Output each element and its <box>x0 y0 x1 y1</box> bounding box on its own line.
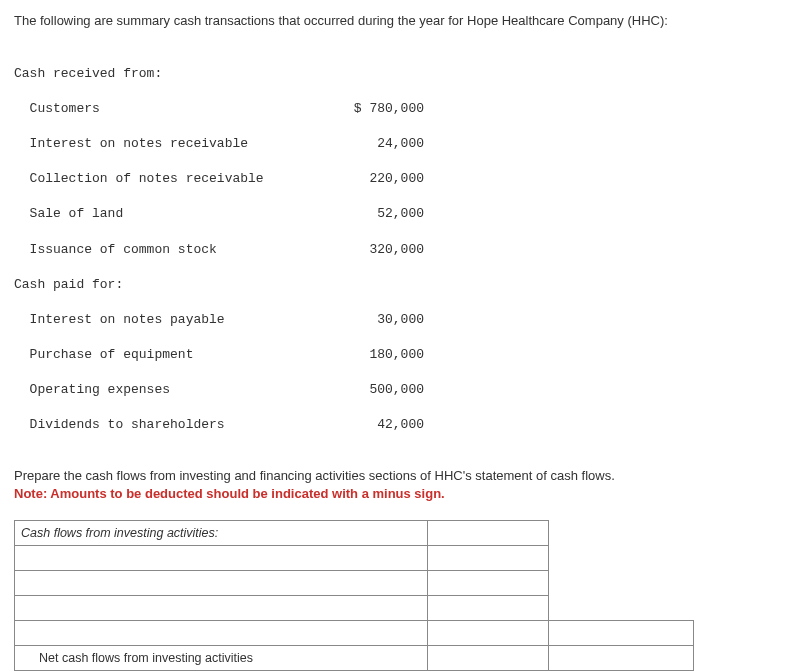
received-interest-val: 24,000 <box>334 135 424 153</box>
investing-row-2-desc[interactable] <box>15 571 428 596</box>
transactions-table: Cash received from: Customers$ 780,000 I… <box>14 48 794 452</box>
instructions: Prepare the cash flows from investing an… <box>14 467 794 502</box>
answer-table: Cash flows from investing activities: Ne… <box>14 520 694 671</box>
paid-opex-val: 500,000 <box>334 381 424 399</box>
investing-row-3-extra <box>549 596 694 621</box>
investing-net-amt2[interactable] <box>549 646 694 671</box>
received-sale-land-label: Sale of land <box>14 205 334 223</box>
investing-header-amt2 <box>549 521 694 546</box>
investing-row-2-amt[interactable] <box>428 571 549 596</box>
investing-row-4-desc[interactable] <box>15 621 428 646</box>
investing-header-amt1 <box>428 521 549 546</box>
paid-opex-label: Operating expenses <box>14 381 334 399</box>
received-issuance-label: Issuance of common stock <box>14 241 334 259</box>
intro-paragraph: The following are summary cash transacti… <box>14 12 794 30</box>
paid-interest-val: 30,000 <box>334 311 424 329</box>
investing-row-1-desc[interactable] <box>15 546 428 571</box>
paid-dividends-label: Dividends to shareholders <box>14 416 334 434</box>
investing-row-2-extra <box>549 571 694 596</box>
instructions-text: Prepare the cash flows from investing an… <box>14 468 615 483</box>
investing-row-3-amt[interactable] <box>428 596 549 621</box>
investing-header: Cash flows from investing activities: <box>15 521 428 546</box>
received-collection-val: 220,000 <box>334 170 424 188</box>
received-heading: Cash received from: <box>14 65 334 83</box>
paid-equipment-label: Purchase of equipment <box>14 346 334 364</box>
received-sale-land-val: 52,000 <box>334 205 424 223</box>
investing-row-4-amt[interactable] <box>428 621 549 646</box>
received-customers-val: $ 780,000 <box>334 100 424 118</box>
paid-dividends-val: 42,000 <box>334 416 424 434</box>
paid-equipment-val: 180,000 <box>334 346 424 364</box>
paid-heading: Cash paid for: <box>14 276 334 294</box>
paid-interest-label: Interest on notes payable <box>14 311 334 329</box>
received-issuance-val: 320,000 <box>334 241 424 259</box>
investing-row-1-extra <box>549 546 694 571</box>
received-interest-label: Interest on notes receivable <box>14 135 334 153</box>
investing-row-3-desc[interactable] <box>15 596 428 621</box>
investing-net-label: Net cash flows from investing activities <box>15 646 428 671</box>
investing-net-amt1 <box>428 646 549 671</box>
received-collection-label: Collection of notes receivable <box>14 170 334 188</box>
received-customers-label: Customers <box>14 100 334 118</box>
investing-row-1-amt[interactable] <box>428 546 549 571</box>
investing-row-4-extra[interactable] <box>549 621 694 646</box>
note-text: Note: Amounts to be deducted should be i… <box>14 486 445 501</box>
